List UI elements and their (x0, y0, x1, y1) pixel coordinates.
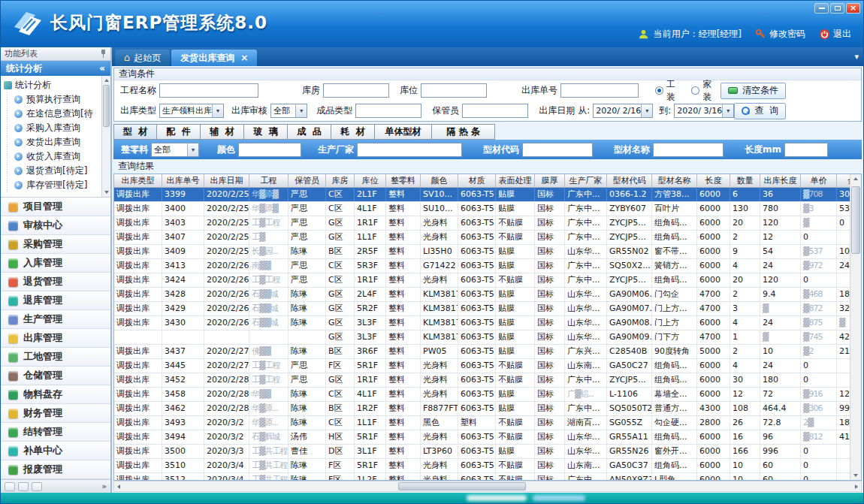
tab-overflow-icon[interactable]: ▾ (854, 52, 859, 62)
column-header[interactable]: 长度 (697, 174, 730, 187)
column-header[interactable]: 单价 (801, 174, 837, 187)
manufacturer-input[interactable] (357, 143, 462, 157)
footer-tool-button-1[interactable] (5, 482, 15, 491)
tree-item[interactable]: 采购入库查询 (14, 121, 101, 135)
jiazhuang-radio[interactable] (691, 86, 699, 95)
column-header[interactable]: 型材代码 (607, 174, 652, 187)
length-input[interactable] (784, 143, 828, 157)
keeper-input[interactable] (462, 104, 528, 118)
column-header[interactable]: 生产厂家 (565, 174, 607, 187)
tree-scroll-thumb[interactable] (103, 85, 110, 127)
profile-code-input[interactable] (522, 143, 593, 157)
sidebar-menu-item[interactable]: 补单中心 (1, 442, 110, 460)
chevron-down-icon[interactable]: ▾ (722, 104, 733, 117)
table-row[interactable]: 调拨出库34292020/2/26石▓▓城陈琳G区5R2F整料KLM381760… (114, 302, 850, 316)
collapse-icon[interactable]: « (99, 63, 105, 74)
out-type-select[interactable]: 生产领料出库 ▾ (159, 104, 224, 118)
warehouse-input[interactable] (323, 83, 389, 98)
chevron-down-icon[interactable]: ▾ (212, 104, 223, 117)
date-to-picker[interactable]: 2020/ 3/16 ▾ (674, 104, 734, 118)
column-header[interactable]: 膜厚 (535, 174, 565, 187)
column-header[interactable]: 数量 (730, 174, 760, 187)
material-tab[interactable]: 隔 热 条 (432, 124, 495, 140)
tab-shipping-outbound-query[interactable]: 发货出库查询 × (171, 50, 257, 66)
sidebar-menu-item[interactable]: 报废管理 (1, 460, 110, 479)
sidebar-menu-item[interactable]: 物料盘存 (1, 385, 110, 404)
whole-scrap-select[interactable]: 全部 ▾ (151, 143, 199, 157)
order-no-input[interactable] (560, 83, 639, 98)
table-row[interactable]: 调拨出库34942020/3/2石▓辉城汤伟H区5R1F整料光身料6063-T5… (114, 430, 850, 445)
gongzhuang-radio-label[interactable]: 工装 (666, 78, 684, 104)
footer-tool-button-2[interactable] (18, 482, 29, 491)
date-from-picker[interactable]: 2020/ 2/16 ▾ (593, 104, 653, 118)
vertical-scroll-thumb[interactable] (851, 186, 860, 254)
column-header[interactable]: 工程 (249, 174, 289, 187)
table-row[interactable]: 调拨出库34002020/2/25华▓原▓严思C区4L1F整料SU10...60… (114, 202, 850, 216)
tree-scrollbar[interactable] (101, 76, 110, 197)
material-tab[interactable]: 玻 璃 (244, 124, 288, 140)
column-header[interactable]: 出库长度 (760, 174, 801, 187)
table-row[interactable]: 调拨出库35102020/3/4工▓共工程陈琳F区5R1F整料光身料6063-T… (114, 459, 850, 473)
profile-name-input[interactable] (653, 143, 724, 157)
vertical-scrollbar[interactable] (850, 174, 861, 480)
sidebar-menu-item[interactable]: 项目管理 (1, 198, 110, 216)
tree-item[interactable]: 发货出库查询 (14, 135, 101, 149)
table-row[interactable]: 调拨出库34582020/2/28华▓▓陈琳C区4L1F整料光身料6063-T5… (114, 388, 850, 402)
table-row[interactable]: 调拨出库34452020/2/27工▓工程严思F区5R1F整料光身料6063-T… (114, 359, 850, 373)
table-row[interactable]: 调拨出库34242020/2/26工▓工程严思C区1R1F整料光身料6063-T… (114, 273, 850, 288)
column-header[interactable]: 材质 (458, 174, 496, 187)
table-row[interactable]: 调拨出库33992020/2/25华▓原▓严思C区2L1F整料SV10...60… (114, 188, 850, 202)
tree-item[interactable]: 收货入库查询 (14, 149, 101, 164)
chevron-down-icon[interactable]: ▾ (295, 104, 307, 117)
column-header[interactable]: 金 (837, 174, 850, 187)
gongzhuang-radio[interactable] (655, 86, 663, 95)
sidebar-menu-item[interactable]: 仓储管理 (1, 367, 110, 385)
sidebar-menu-item[interactable]: 工地管理 (1, 348, 110, 367)
footer-more-icon[interactable]: » (101, 481, 107, 491)
table-row[interactable]: 调拨出库34932020/3/2华▓原...陈琳C区1L1F整料黑色塑料不贴膜国… (114, 416, 850, 430)
maximize-button[interactable] (830, 3, 844, 14)
material-tab[interactable]: 耗 材 (331, 124, 375, 140)
search-button[interactable]: 查 询 (734, 103, 786, 119)
column-header[interactable]: 保管员 (289, 174, 326, 187)
material-tab[interactable]: 成 品 (288, 124, 331, 140)
sidebar-menu-item[interactable]: 入库管理 (1, 254, 110, 273)
table-row[interactable]: 调拨出库34522020/2/28工▓工程严思G区1R1F整料光身料6063-T… (114, 373, 850, 388)
table-row[interactable]: 调拨出库34282020/2/26石▓▓城陈琳G区2L4F整料KLM381760… (114, 288, 850, 302)
pin-icon[interactable] (100, 50, 107, 58)
table-row[interactable]: 调拨出库34302020/2/26石▓▓城陈琳G区3L3F整料KLM381760… (114, 316, 850, 330)
tree-item[interactable]: 退货查询[待定] (14, 164, 101, 178)
sidebar-menu-item[interactable]: 生产管理 (1, 310, 110, 329)
table-row[interactable]: 调拨出库34072020/2/25工▓严思G区1L1F整料光身料6063-T5不… (114, 231, 850, 245)
horizontal-scrollbar[interactable] (113, 481, 862, 492)
material-tab[interactable]: 型 材 (113, 124, 157, 140)
horizontal-scroll-thumb[interactable] (398, 482, 526, 490)
sidebar-menu-item[interactable]: 出库管理 (1, 329, 110, 348)
logout-button[interactable]: 退出 (819, 28, 851, 41)
column-header[interactable]: 整零料 (386, 174, 421, 187)
table-row[interactable]: 调拨出库34372020/2/27佛▓▓陈琳B区3R6F整料PW056063-T… (114, 345, 850, 359)
column-header[interactable]: 库位 (355, 174, 386, 187)
column-header[interactable]: 出库类型 (114, 174, 162, 187)
sidebar-menu-item[interactable]: 结转管理 (1, 423, 110, 442)
column-header[interactable]: 出库单号 (162, 174, 204, 187)
column-header[interactable]: 库房 (326, 174, 355, 187)
sidebar-menu-item[interactable]: 审核中心 (1, 216, 110, 235)
sidebar-menu-item[interactable]: 财务管理 (1, 404, 110, 423)
tab-start-page[interactable]: ⌂ 起始页 (115, 50, 170, 66)
tab-close-icon[interactable]: × (240, 53, 248, 63)
jiazhuang-radio-label[interactable]: 家装 (702, 78, 721, 104)
tree-item[interactable]: 预算执行查询 (14, 92, 101, 107)
table-row[interactable]: 调拨出库34092020/2/25长▓园...陈琳B区2R5F整料LI35H06… (114, 245, 850, 259)
location-input[interactable] (421, 83, 487, 98)
product-type-input[interactable] (355, 104, 421, 118)
table-row[interactable]: 调拨出库35122020/3/4工▓共工程陈琳F区1L2F整料光身料6063-T… (114, 473, 850, 480)
column-header[interactable]: 出库日期 (204, 174, 249, 187)
chevron-down-icon[interactable]: ▾ (641, 104, 652, 117)
clear-conditions-button[interactable]: 清空条件 (721, 83, 786, 99)
table-row[interactable]: 调拨出库34032020/2/25工▓工程严思G区1R1F整料光身料6063-T… (114, 216, 850, 231)
tree-item[interactable]: 库存管理[待定] (14, 178, 101, 192)
audit-select[interactable]: 全部 ▾ (270, 104, 307, 118)
sidebar-menu-item[interactable]: 退库管理 (1, 291, 110, 310)
tree-root[interactable]: 统计分析 (4, 78, 101, 92)
